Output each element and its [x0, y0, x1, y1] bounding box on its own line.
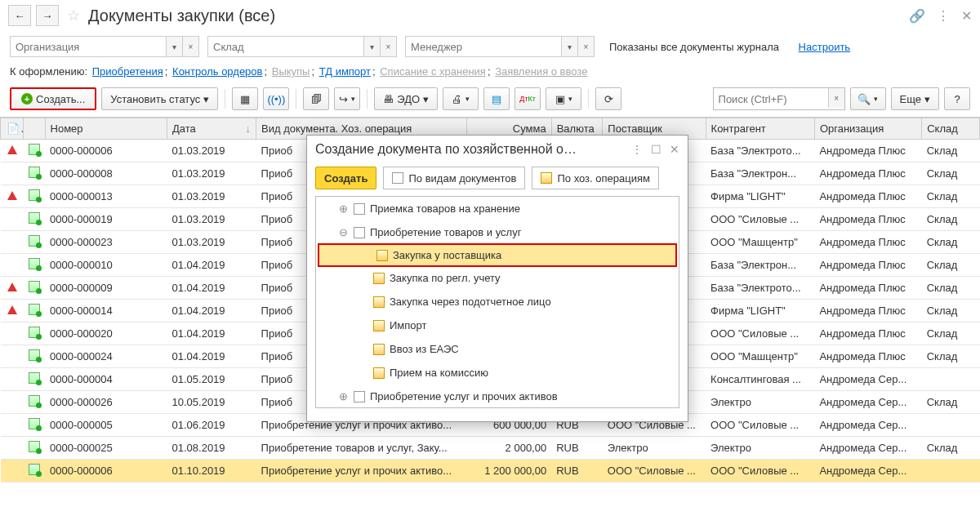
broadcast-button[interactable]: ((•)) — [263, 87, 289, 110]
search-input[interactable] — [714, 88, 828, 109]
tree-toggle-icon[interactable]: ⊕ — [337, 390, 349, 402]
configure-link[interactable]: Настроить — [799, 41, 851, 53]
tree-item[interactable]: Закупка у поставщика — [318, 243, 677, 267]
favorite-icon[interactable]: ☆ — [67, 7, 80, 24]
arrow-icon: ↪ — [339, 93, 348, 105]
filter-warehouse[interactable]: ▾ × — [207, 36, 397, 57]
filter-manager[interactable]: ▾ × — [405, 36, 595, 57]
dialog-create-button[interactable]: Создать — [315, 167, 376, 189]
quick-link[interactable]: ТД импорт — [319, 65, 371, 78]
search-icon: 🔍 — [858, 93, 871, 105]
filter-org-input[interactable] — [11, 37, 166, 56]
document-icon — [29, 167, 40, 178]
create-dialog: Создание документа по хозяйственной о… ⋮… — [306, 135, 688, 422]
warning-icon — [7, 305, 17, 314]
col-warehouse[interactable]: Склад — [922, 118, 980, 140]
filter-manager-input[interactable] — [406, 37, 561, 56]
more-button[interactable]: Еще▾ — [891, 87, 939, 110]
col-date[interactable]: Дата ↓ — [167, 118, 256, 140]
dtkt-icon: ДтКт — [519, 95, 536, 103]
clear-icon[interactable]: × — [380, 37, 396, 56]
tree-item-label: Приемка товаров на хранение — [370, 202, 520, 215]
clear-icon[interactable]: × — [182, 37, 198, 56]
tree-item[interactable]: Закупка по регл. учету — [316, 266, 679, 290]
close-icon[interactable]: ✕ — [670, 143, 679, 156]
tree-item[interactable]: Закупка через подотчетное лицо — [316, 290, 679, 314]
warning-icon — [7, 145, 17, 154]
refresh-button[interactable]: ⟳ — [595, 87, 621, 110]
barcode-button[interactable]: ▦ — [232, 87, 258, 110]
create-button[interactable]: + Создать... — [10, 87, 96, 110]
tree-item-label: Ввоз из ЕАЭС — [390, 343, 459, 355]
quick-links: К оформлению: Приобретения; Контроль орд… — [0, 62, 980, 84]
document-icon — [29, 395, 40, 407]
table-row[interactable]: 0000-00002501.08.2019Приобретение товаро… — [1, 437, 980, 460]
document-icon — [29, 441, 40, 452]
plus-icon: + — [21, 93, 33, 105]
document-icon — [29, 189, 40, 201]
boxes-button[interactable]: ▣▾ — [546, 87, 581, 110]
copy-button[interactable]: 🗐 — [303, 87, 329, 110]
tree-item-label: Закупка через подотчетное лицо — [390, 296, 551, 308]
dropdown-icon[interactable]: ▾ — [363, 37, 380, 56]
quick-link[interactable]: Приобретения — [92, 65, 163, 78]
arrow-button[interactable]: ↪▾ — [334, 87, 360, 110]
col-status[interactable]: 📄 — [1, 118, 24, 140]
boxes-icon: ▣ — [555, 93, 565, 105]
shown-label: Показаны все документы журнала — [609, 41, 779, 53]
kebab-icon[interactable]: ⋮ — [937, 8, 950, 24]
document-icon — [29, 349, 40, 361]
set-status-button[interactable]: Установить статус▾ — [101, 87, 218, 110]
col-org[interactable]: Организация — [814, 118, 921, 140]
tree-toggle-icon[interactable]: ⊕ — [337, 202, 349, 215]
tree-item-label: Прием на комиссию — [390, 367, 488, 379]
forward-button[interactable]: → — [36, 5, 59, 26]
col-number[interactable]: Номер — [45, 118, 167, 140]
chevron-down-icon: ▾ — [874, 95, 878, 103]
links-prefix: К оформлению: — [10, 65, 87, 78]
back-button[interactable]: ← — [8, 5, 31, 26]
quick-link[interactable]: Выкупы — [272, 65, 310, 78]
by-op-tab[interactable]: По хоз. операциям — [532, 167, 658, 189]
tree-item[interactable]: ⊕Приемка товаров на хранение — [316, 197, 679, 220]
clear-icon[interactable]: × — [577, 37, 594, 56]
warning-icon — [7, 191, 17, 200]
print-button[interactable]: 🖨▾ — [443, 87, 479, 110]
dtkt-button[interactable]: ДтКт — [514, 87, 541, 110]
clear-icon[interactable]: × — [828, 88, 844, 108]
kebab-icon[interactable]: ⋮ — [631, 143, 643, 156]
document-icon — [29, 258, 40, 269]
quick-link[interactable]: Контроль ордеров — [172, 65, 262, 78]
quick-link[interactable]: Заявления о ввозе — [495, 65, 587, 78]
document-icon — [29, 327, 40, 338]
help-button[interactable]: ? — [944, 87, 970, 110]
close-icon[interactable]: ✕ — [961, 8, 972, 24]
link-icon[interactable]: 🔗 — [909, 8, 925, 24]
search-button[interactable]: 🔍▾ — [850, 87, 886, 110]
filter-warehouse-input[interactable] — [208, 37, 363, 56]
report-icon: ▤ — [492, 93, 501, 105]
copy-icon: 🗐 — [311, 93, 322, 105]
folder-icon — [373, 320, 385, 331]
maximize-icon[interactable]: ☐ — [651, 143, 662, 156]
operation-tree[interactable]: ⊕Приемка товаров на хранение⊖Приобретени… — [315, 196, 679, 408]
col-doc[interactable] — [24, 118, 45, 140]
table-row[interactable]: 0000-00000601.10.2019Приобретение услуг … — [1, 460, 980, 483]
warning-icon — [7, 282, 17, 291]
dropdown-icon[interactable]: ▾ — [166, 37, 182, 56]
dropdown-icon[interactable]: ▾ — [561, 37, 577, 56]
paperclip-icon: 📄 — [6, 122, 20, 134]
tree-item[interactable]: Импорт — [316, 314, 679, 337]
tree-item[interactable]: ⊕Приобретение услуг и прочих активов — [316, 385, 679, 408]
filter-org[interactable]: ▾ × — [10, 36, 199, 57]
edo-button[interactable]: 🖶ЭДО▾ — [374, 87, 438, 110]
tree-item[interactable]: Прием на комиссию — [316, 361, 679, 385]
col-contractor[interactable]: Контрагент — [706, 118, 814, 140]
report-button[interactable]: ▤ — [483, 87, 510, 110]
search-box[interactable]: × — [713, 87, 845, 110]
tree-item[interactable]: ⊖Приобретение товаров и услуг — [316, 220, 679, 244]
by-doc-tab[interactable]: По видам документов — [383, 167, 525, 189]
quick-link[interactable]: Списание с хранения — [380, 65, 486, 78]
tree-toggle-icon[interactable]: ⊖ — [337, 226, 349, 238]
tree-item[interactable]: Ввоз из ЕАЭС — [316, 337, 679, 361]
